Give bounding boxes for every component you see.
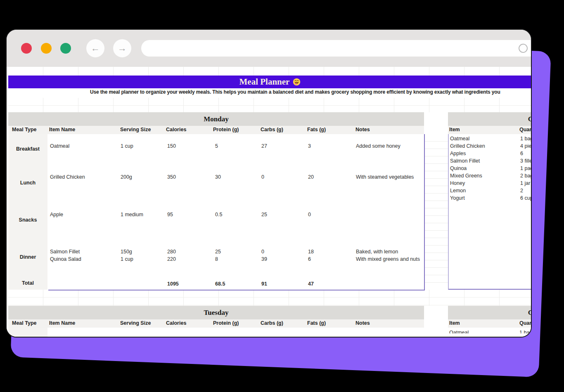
- cell-item-name[interactable]: Salmon Fillet: [50, 248, 80, 255]
- forward-arrow-icon: →: [118, 44, 127, 53]
- cell-grocery-item[interactable]: Quinoa: [450, 165, 467, 172]
- cell-serving[interactable]: 1 medium: [121, 211, 143, 218]
- cell-item-name[interactable]: Grilled Chicken: [50, 173, 85, 181]
- grocery-row[interactable]: Quinoa 1 pack: [449, 165, 531, 172]
- cell-protein[interactable]: 25: [215, 248, 221, 255]
- grocery-row[interactable]: Honey 1 jar: [449, 179, 531, 187]
- cell-protein[interactable]: 30: [215, 173, 221, 181]
- cell-serving[interactable]: 150g: [121, 248, 132, 255]
- cell-serving[interactable]: 200g: [121, 173, 132, 181]
- grocery-row[interactable]: Grilled Chicken 4 pieces: [449, 142, 531, 150]
- grocery-row[interactable]: Apples 6: [449, 150, 531, 157]
- cell-notes[interactable]: With steamed vegetables: [356, 173, 414, 181]
- cell-grocery-item[interactable]: Salmon Fillet: [450, 157, 480, 165]
- cell-calories[interactable]: 150: [167, 142, 176, 150]
- cell-grocery-item[interactable]: Mixed Greens: [450, 172, 482, 179]
- cell-calories[interactable]: 220: [167, 255, 176, 263]
- cell-grocery-qty[interactable]: 6 cups: [520, 194, 531, 202]
- cell-protein[interactable]: 0.5: [215, 211, 222, 218]
- grocery-column-header-row: Item Quantity: [448, 126, 531, 134]
- grocery-row[interactable]: Oatmeal 1 bag: [449, 135, 531, 142]
- col-protein: Protein (g): [213, 127, 239, 132]
- grocery-row[interactable]: Lemon 2: [449, 187, 531, 194]
- cell-carbs[interactable]: 25: [261, 211, 267, 218]
- cell-grocery-item[interactable]: Yogurt: [450, 194, 465, 202]
- day-header-tuesday[interactable]: Tuesday: [8, 306, 424, 319]
- grocery-row[interactable]: Salmon Fillet 3 fillets: [449, 157, 531, 165]
- cell-grocery-item[interactable]: Oatmeal: [449, 329, 469, 333]
- cell-grocery-qty[interactable]: 2: [520, 187, 523, 194]
- grid-strip-side-column: [424, 134, 449, 290]
- cell-grocery-qty[interactable]: 1 bag: [519, 329, 531, 333]
- cell-grocery-item[interactable]: Honey: [450, 179, 465, 187]
- close-window-button[interactable]: [21, 43, 32, 54]
- cell-fats[interactable]: 6: [308, 255, 311, 263]
- cell-carbs[interactable]: 39: [261, 255, 267, 263]
- cell-fats[interactable]: 3: [308, 142, 311, 150]
- col-item-name: Item Name: [49, 127, 75, 132]
- cell-fats[interactable]: 20: [308, 173, 314, 181]
- cell-grocery-qty[interactable]: 1 pack: [520, 165, 531, 172]
- table-row-apple[interactable]: Apple 1 medium 95 0.5 25 0: [8, 211, 424, 218]
- grocery-row[interactable]: Yogurt 6 cups: [449, 194, 531, 202]
- cell-notes[interactable]: Baked, with lemon: [356, 248, 398, 255]
- cell-notes[interactable]: With mixed greens and nuts: [356, 255, 420, 263]
- address-bar[interactable]: [141, 40, 532, 57]
- cell-grocery-item[interactable]: Apples: [450, 150, 466, 157]
- forward-button[interactable]: →: [113, 39, 131, 57]
- cell-notes[interactable]: Added some honey: [356, 142, 400, 150]
- cell-item-name[interactable]: Apple: [50, 211, 63, 218]
- cell-fats[interactable]: 18: [308, 248, 314, 255]
- grocery-row[interactable]: Mixed Greens 2 bags: [449, 172, 531, 179]
- cell-calories[interactable]: 350: [167, 173, 176, 181]
- grid-strip-top: [8, 67, 531, 76]
- cell-protein[interactable]: 5: [215, 142, 218, 150]
- table-row-total[interactable]: 1095 68.5 91 47: [8, 280, 424, 288]
- tuesday-meal-type-cell: [8, 328, 47, 337]
- minimize-window-button[interactable]: [41, 43, 52, 54]
- cell-grocery-qty[interactable]: 2 bags: [520, 172, 531, 179]
- cell-grocery-item[interactable]: Grilled Chicken: [450, 142, 485, 150]
- cell-grocery-item[interactable]: Oatmeal: [450, 135, 469, 142]
- cell-item-name[interactable]: Quinoa Salad: [50, 255, 81, 263]
- col-serving-size: Serving Size: [120, 127, 151, 132]
- table-row-oatmeal[interactable]: Oatmeal 1 cup 150 5 27 3 Added some hone…: [8, 142, 424, 150]
- table-row-salmon-fillet[interactable]: Salmon Fillet 150g 280 25 0 18 Baked, wi…: [8, 248, 424, 255]
- day-header-monday[interactable]: Monday: [8, 112, 424, 126]
- cell-grocery-qty[interactable]: 1 bag: [520, 135, 531, 142]
- table-row-quinoa-salad[interactable]: Quinoa Salad 1 cup 220 8 39 6 With mixed…: [8, 255, 424, 263]
- back-button[interactable]: ←: [86, 39, 104, 57]
- page-title: Meal Planner: [239, 77, 290, 87]
- cell-grocery-qty[interactable]: 1 jar: [520, 179, 530, 187]
- cell-carbs[interactable]: 27: [261, 142, 267, 150]
- cell-serving[interactable]: 1 cup: [121, 142, 133, 150]
- cell-total-protein[interactable]: 68.5: [215, 280, 225, 288]
- table-row-grilled-chicken[interactable]: Grilled Chicken 200g 350 30 0 20 With st…: [8, 173, 424, 181]
- grocery-row[interactable]: Oatmeal 1 bag: [448, 329, 531, 333]
- cell-total-calories[interactable]: 1095: [167, 280, 179, 288]
- cell-grocery-qty[interactable]: 3 fillets: [520, 157, 531, 165]
- tuesday-grocery-column-header-row: Item Quantity: [448, 319, 531, 328]
- cell-grocery-item[interactable]: Lemon: [450, 187, 466, 194]
- browser-window: ← → Meal Planner: [6, 29, 532, 338]
- grocery-header-tuesday[interactable]: Grocery List: [448, 306, 531, 319]
- cell-carbs[interactable]: 0: [261, 173, 264, 181]
- browser-toolbar: ← →: [7, 30, 531, 67]
- cell-protein[interactable]: 8: [215, 255, 218, 263]
- cell-grocery-qty[interactable]: 6: [520, 150, 523, 157]
- cell-total-fats[interactable]: 47: [308, 280, 314, 288]
- cell-total-carbs[interactable]: 91: [261, 280, 267, 288]
- cell-calories[interactable]: 95: [167, 211, 173, 218]
- cell-carbs[interactable]: 0: [261, 248, 264, 255]
- grocery-header-monday[interactable]: Grocery List: [448, 112, 531, 126]
- cell-calories[interactable]: 280: [167, 248, 176, 255]
- meal-type-lunch[interactable]: Lunch: [8, 180, 47, 186]
- col-grocery-item: Item: [449, 320, 460, 326]
- search-icon[interactable]: [519, 44, 528, 53]
- cell-fats[interactable]: 0: [308, 211, 311, 218]
- cell-item-name[interactable]: Oatmeal: [50, 142, 69, 150]
- zoom-window-button[interactable]: [60, 43, 71, 54]
- col-calories: Calories: [166, 320, 186, 326]
- cell-grocery-qty[interactable]: 4 pieces: [520, 142, 531, 150]
- cell-serving[interactable]: 1 cup: [121, 255, 133, 263]
